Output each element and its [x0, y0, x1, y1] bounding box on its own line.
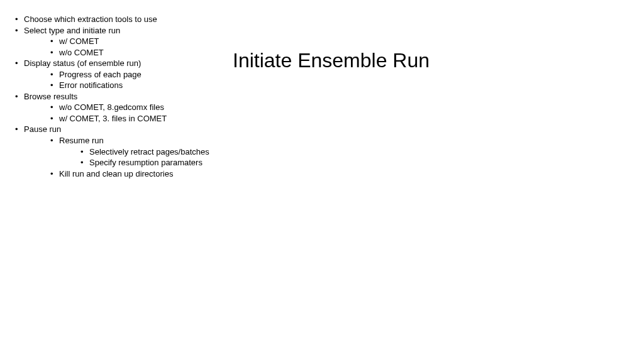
outline-text: w/o COMET: [59, 48, 104, 57]
outline-item: w/o COMET: [48, 47, 209, 58]
outline-panel: Choose which extraction tools to use Sel…: [13, 14, 209, 179]
outline-item: Kill run and clean up directories: [48, 168, 209, 180]
outline-text: w/ COMET: [59, 36, 99, 46]
outline-item: Choose which extraction tools to use: [13, 14, 209, 25]
outline-text: Resume run: [59, 136, 104, 145]
outline-text: w/o COMET, 8.gedcomx files: [59, 102, 164, 112]
outline-text: Kill run and clean up directories: [59, 169, 173, 178]
outline-text: Specify resumption paramaters: [89, 158, 203, 167]
outline-text: Select type and initiate run: [24, 26, 120, 35]
outline-item: w/o COMET, 8.gedcomx files: [48, 102, 209, 113]
outline-item: Browse results w/o COMET, 8.gedcomx file…: [13, 91, 209, 124]
outline-text: Display status (of ensemble run): [24, 58, 141, 68]
outline-item: Display status (of ensemble run) Progres…: [13, 58, 209, 91]
outline-item: w/ COMET, 3. files in COMET: [48, 113, 209, 124]
outline-item: Error notifications: [48, 80, 209, 91]
outline-item: Pause run Resume run Selectively retract…: [13, 124, 209, 179]
outline-item: Specify resumption paramaters: [78, 157, 209, 168]
slide-title: Initiate Ensemble Run: [233, 49, 430, 72]
outline-item: Selectively retract pages/batches: [78, 146, 209, 158]
outline-text: Pause run: [24, 124, 61, 134]
outline-text: Choose which extraction tools to use: [24, 14, 157, 24]
outline-text: w/ COMET, 3. files in COMET: [59, 114, 167, 123]
outline-item: Resume run Selectively retract pages/bat…: [48, 135, 209, 168]
outline-item: Progress of each page: [48, 69, 209, 80]
outline-text: Browse results: [24, 92, 77, 101]
outline-item: Select type and initiate run w/ COMET w/…: [13, 25, 209, 58]
outline-text: Error notifications: [59, 80, 123, 90]
outline-item: w/ COMET: [48, 36, 209, 47]
outline-text: Selectively retract pages/batches: [89, 147, 209, 156]
outline-text: Progress of each page: [59, 70, 142, 79]
